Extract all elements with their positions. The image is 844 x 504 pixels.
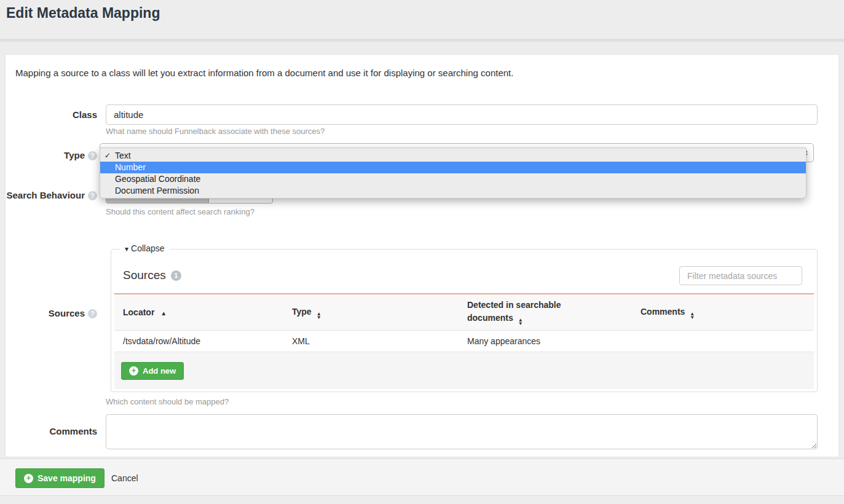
comments-label: Comments <box>6 426 97 436</box>
header-divider <box>0 39 844 42</box>
help-icon: ? <box>88 309 97 318</box>
filter-sources-input[interactable] <box>679 266 802 285</box>
search-behaviour-label: Search Behaviour? <box>6 190 97 200</box>
count-badge: 1 <box>171 270 181 281</box>
class-label: Class <box>6 109 97 120</box>
comments-textarea[interactable] <box>106 414 818 449</box>
sources-table: Locator▲ Type▲▼ Detected in searchable d… <box>114 293 814 352</box>
sources-table-header: Locator▲ Type▲▼ Detected in searchable d… <box>114 293 814 331</box>
cancel-button[interactable]: Cancel <box>111 473 138 483</box>
type-label: Type? <box>6 150 97 160</box>
plus-circle-icon: + <box>129 366 138 376</box>
intro-text: Mapping a source to a class will let you… <box>15 68 513 78</box>
cell-detected: Many appearances <box>459 336 632 346</box>
sort-icon: ▲▼ <box>317 312 321 320</box>
save-mapping-button[interactable]: + Save mapping <box>15 468 105 488</box>
checkmark-icon: ✓ <box>105 150 111 162</box>
sort-icon: ▲▼ <box>690 312 695 320</box>
sources-help-text: Which content should be mapped? <box>106 397 229 406</box>
type-option-number[interactable]: Number <box>100 162 806 173</box>
sort-ascending-icon: ▲ <box>160 310 167 317</box>
sources-fieldset: ▾Collapse Sources1 Locator▲ Type▲▼ Detec… <box>111 249 818 392</box>
cell-type: XML <box>283 336 459 346</box>
caret-down-icon: ▾ <box>125 245 128 253</box>
column-header-locator[interactable]: Locator▲ <box>114 306 283 318</box>
plus-circle-icon: + <box>24 474 33 483</box>
class-help-text: What name should Funnelback associate wi… <box>106 127 325 136</box>
sort-icon: ▲▼ <box>518 318 523 326</box>
help-icon: ? <box>88 151 97 160</box>
type-option-document-permission[interactable]: Document Permission <box>100 185 806 197</box>
collapse-toggle[interactable]: ▾Collapse <box>120 243 170 253</box>
column-header-detected[interactable]: Detected in searchable documents▲▼ <box>459 299 632 325</box>
type-dropdown-menu: ✓ Text Number Geospatial Coordinate Docu… <box>100 148 807 199</box>
cell-locator: /tsvdata/row/Altitude <box>114 336 283 346</box>
help-icon: ? <box>88 191 97 200</box>
type-option-text[interactable]: ✓ Text <box>100 150 806 162</box>
table-row: /tsvdata/row/Altitude XML Many appearanc… <box>114 331 814 352</box>
column-header-type[interactable]: Type▲▼ <box>283 305 459 320</box>
sources-table-footer: + Add new <box>114 352 814 389</box>
search-behaviour-help-text: Should this content affect search rankin… <box>106 207 254 216</box>
page-title: Edit Metadata Mapping <box>6 5 160 22</box>
add-new-button[interactable]: + Add new <box>121 362 184 380</box>
column-header-comments[interactable]: Comments▲▼ <box>632 305 814 320</box>
sources-heading: Sources1 <box>123 269 181 282</box>
sources-label: Sources? <box>6 308 97 318</box>
class-input[interactable] <box>106 104 818 125</box>
type-option-geospatial[interactable]: Geospatial Coordinate <box>100 173 806 185</box>
